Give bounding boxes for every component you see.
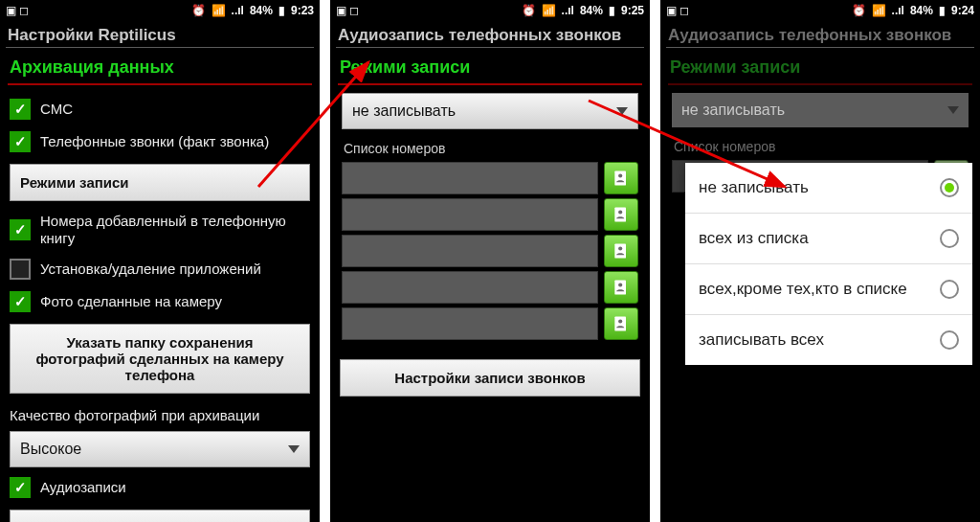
battery-icon: ▮ — [939, 4, 946, 17]
contact-picker-button[interactable] — [604, 271, 638, 304]
chevron-down-icon — [616, 107, 628, 115]
label: СМС — [40, 101, 73, 118]
signal-icon: ..ıl — [562, 4, 574, 17]
svg-point-3 — [618, 210, 622, 214]
contact-picker-button[interactable] — [604, 307, 638, 340]
row-audio[interactable]: ✓ Аудиозаписи — [0, 471, 320, 504]
clock: 9:25 — [621, 4, 644, 17]
radio-icon[interactable] — [940, 229, 959, 248]
label: Фото сделанные на камеру — [40, 293, 222, 310]
notif-icon: ▣ ◻ — [336, 4, 359, 17]
label: Телефонные звонки (факт звонка) — [40, 133, 269, 150]
option-label: всех из списка — [699, 229, 809, 248]
contact-picker-button[interactable] — [604, 198, 638, 231]
quality-label: Качество фотографий при архивации — [0, 399, 320, 427]
option-label: всех,кроме тех,кто в списке — [699, 280, 907, 299]
option-do-not-record[interactable]: не записывать — [685, 163, 972, 214]
screen-mode-popup: ▣ ◻ ⏰ 📶 ..ıl 84% ▮ 9:24 Аудиозапись теле… — [660, 0, 980, 522]
row-calls[interactable]: ✓ Телефонные звонки (факт звонка) — [0, 125, 320, 158]
number-row — [342, 307, 638, 340]
radio-icon[interactable] — [940, 178, 959, 197]
screen-record-modes: ▣ ◻ ⏰ 📶 ..ıl 84% ▮ 9:25 Аудиозапись теле… — [330, 0, 650, 522]
number-row — [342, 235, 638, 267]
checkbox-icon[interactable]: ✓ — [10, 219, 31, 240]
svg-point-9 — [618, 319, 622, 323]
row-contacts[interactable]: ✓ Номера добавленный в телефонную книгу — [0, 207, 320, 253]
quality-select[interactable]: Высокое — [10, 431, 310, 467]
audio-folder-button[interactable]: Указать папку сохранения аудио — [10, 510, 310, 522]
alarm-icon: ⏰ — [522, 4, 536, 17]
battery-text: 84% — [250, 4, 273, 17]
row-photos[interactable]: ✓ Фото сделанные на камеру — [0, 285, 320, 318]
number-row — [342, 271, 638, 304]
alarm-icon: ⏰ — [852, 4, 866, 17]
mode-select-dim: не записывать — [672, 93, 969, 127]
number-input[interactable] — [342, 271, 598, 304]
option-all-except-list[interactable]: всех,кроме тех,кто в списке — [685, 264, 972, 315]
chevron-down-icon — [288, 445, 300, 453]
accent-line — [338, 83, 642, 85]
row-sms[interactable]: ✓ СМС — [0, 93, 320, 125]
record-modes-button[interactable]: Режими записи — [10, 164, 310, 201]
status-bar: ▣ ◻ ⏰ 📶 ..ıl 84% ▮ 9:24 — [660, 0, 980, 21]
section-heading: Режими записи — [660, 48, 980, 83]
number-list-label: Список номеров — [330, 135, 650, 158]
signal-icon: ..ıl — [232, 4, 244, 17]
contact-picker-button[interactable] — [604, 162, 638, 194]
section-heading: Режими записи — [330, 48, 650, 83]
checkbox-icon[interactable]: ✓ — [10, 291, 31, 312]
status-bar: ▣ ◻ ⏰ 📶 ..ıl 84% ▮ 9:25 — [330, 0, 650, 21]
chevron-down-icon — [947, 106, 959, 114]
svg-rect-6 — [614, 281, 626, 295]
row-apps[interactable]: Установка/удаление приложений — [0, 253, 320, 285]
section-heading: Архивация данных — [0, 48, 320, 83]
option-label: записывать всех — [699, 330, 824, 350]
mode-options-popup: не записывать всех из списка всех,кроме … — [685, 163, 972, 365]
contact-picker-button[interactable] — [604, 235, 638, 267]
svg-rect-2 — [614, 208, 626, 222]
number-input[interactable] — [342, 307, 598, 340]
call-record-settings-button[interactable]: Настройки записи звонков — [340, 359, 640, 397]
number-input[interactable] — [342, 198, 598, 231]
checkbox-icon[interactable]: ✓ — [10, 131, 31, 152]
select-value: не записывать — [681, 102, 785, 119]
battery-icon: ▮ — [278, 4, 285, 17]
battery-icon: ▮ — [609, 4, 615, 17]
app-title: Настройки Reptilicus — [0, 21, 320, 47]
radio-icon[interactable] — [940, 280, 959, 299]
checkbox-icon[interactable]: ✓ — [10, 99, 31, 120]
label: Установка/удаление приложений — [40, 261, 261, 278]
number-input[interactable] — [342, 235, 598, 267]
wifi-icon: 📶 — [872, 4, 886, 17]
select-value: не записывать — [352, 102, 456, 120]
wifi-icon: 📶 — [212, 4, 226, 17]
clock: 9:24 — [951, 4, 974, 17]
notif-icon: ▣ ◻ — [666, 4, 689, 17]
mode-select[interactable]: не записывать — [342, 93, 638, 129]
label: Номера добавленный в телефонную книгу — [40, 213, 310, 247]
status-bar: ▣ ◻ ⏰ 📶 ..ıl 84% ▮ 9:23 — [0, 0, 320, 21]
checkbox-icon[interactable] — [10, 259, 31, 280]
number-input[interactable] — [342, 162, 598, 194]
wifi-icon: 📶 — [542, 4, 556, 17]
svg-point-7 — [618, 283, 622, 286]
option-all-in-list[interactable]: всех из списка — [685, 214, 972, 264]
accent-line — [8, 83, 312, 85]
label: Аудиозаписи — [40, 479, 126, 496]
option-label: не записывать — [699, 178, 809, 197]
app-title: Аудиозапись телефонных звонков — [330, 21, 650, 47]
select-value: Высокое — [20, 441, 81, 458]
number-list-label: Список номеров — [660, 133, 980, 156]
number-row — [342, 162, 638, 194]
checkbox-icon[interactable]: ✓ — [10, 477, 31, 498]
option-record-all[interactable]: записывать всех — [685, 315, 972, 365]
alarm-icon: ⏰ — [191, 4, 206, 17]
accent-line — [668, 83, 972, 85]
svg-rect-0 — [614, 171, 626, 186]
svg-point-1 — [618, 173, 622, 177]
svg-rect-4 — [614, 244, 626, 259]
battery-text: 84% — [580, 4, 603, 17]
photo-folder-button[interactable]: Указать папку сохранения фотографий сдел… — [10, 324, 310, 394]
radio-icon[interactable] — [940, 330, 959, 350]
app-title: Аудиозапись телефонных звонков — [660, 21, 980, 47]
